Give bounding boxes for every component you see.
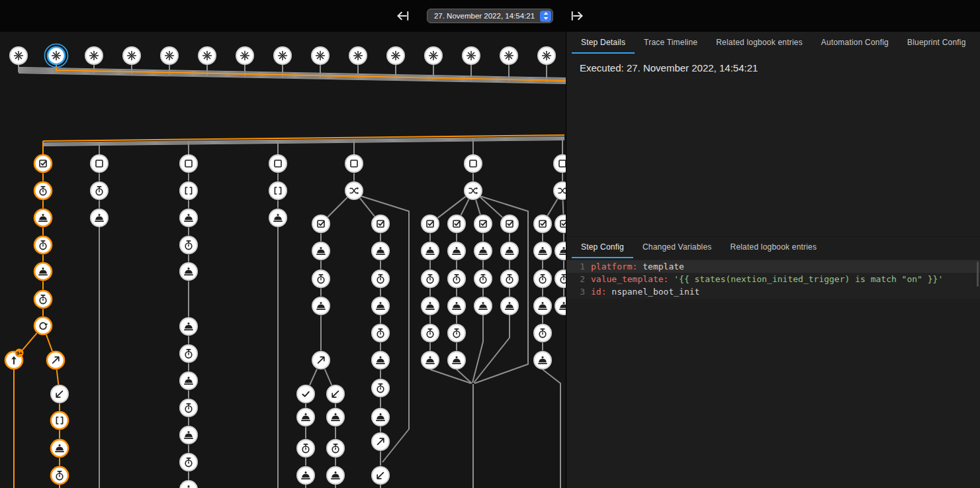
trace-node-square[interactable] — [554, 155, 566, 172]
trace-node-trigger[interactable] — [425, 47, 442, 64]
trace-node-checkbox[interactable] — [34, 155, 52, 172]
trace-node-repeat[interactable] — [34, 317, 52, 334]
trace-node-bell[interactable] — [91, 209, 108, 226]
trace-node-bell[interactable] — [34, 209, 52, 226]
trace-node-timer[interactable] — [34, 236, 52, 254]
trace-node-arrow-sw[interactable] — [327, 385, 344, 403]
trace-node-square[interactable] — [180, 155, 197, 172]
tab-step-details[interactable]: Step Details — [572, 32, 635, 54]
tab-related-logbook-entries[interactable]: Related logbook entries — [707, 32, 812, 54]
trace-node-bell[interactable] — [534, 352, 551, 369]
trace-node-trigger[interactable] — [161, 47, 178, 64]
trace-node-trigger[interactable] — [463, 47, 480, 64]
trace-node-bell[interactable] — [422, 352, 439, 369]
trace-node-bell[interactable] — [474, 242, 492, 260]
trace-node-bell[interactable] — [372, 409, 389, 426]
trace-node-bell[interactable] — [327, 409, 344, 426]
trace-node-shuffle[interactable] — [345, 182, 363, 199]
trace-canvas[interactable]: 9+ — [0, 32, 566, 488]
trace-node-square[interactable] — [465, 155, 482, 172]
trace-node-trigger[interactable] — [312, 47, 329, 64]
trace-node-trigger[interactable] — [349, 47, 367, 64]
trace-node-arrow-ne[interactable] — [372, 433, 389, 450]
trace-node-bell[interactable] — [422, 242, 439, 260]
trace-node-bell[interactable] — [534, 242, 551, 260]
trace-node-checkbox[interactable] — [312, 215, 330, 232]
trace-node-timer[interactable] — [534, 270, 551, 287]
trace-node-timer[interactable] — [312, 270, 330, 287]
trace-node-bell[interactable] — [180, 481, 197, 488]
trace-node-timer[interactable] — [91, 182, 108, 199]
trace-node-bell[interactable] — [180, 372, 197, 389]
trace-node-bell[interactable] — [555, 297, 566, 315]
trace-node-timer[interactable] — [555, 270, 566, 287]
trace-node-check[interactable] — [297, 385, 314, 403]
trace-node-timer[interactable] — [422, 324, 439, 342]
next-run-button[interactable] — [568, 7, 586, 25]
trace-node-checkbox[interactable] — [448, 215, 465, 232]
trace-node-checkbox[interactable] — [534, 215, 551, 232]
trace-node-bell[interactable] — [180, 263, 197, 280]
tab-blueprint-config[interactable]: Blueprint Config — [898, 32, 975, 54]
trace-node-bell[interactable] — [51, 440, 68, 457]
trace-node-bell[interactable] — [448, 242, 465, 260]
trace-node-shuffle[interactable] — [554, 182, 566, 199]
subtab-step-config[interactable]: Step Config — [572, 237, 633, 258]
trace-node-bell[interactable] — [534, 297, 551, 315]
trace-node-bell[interactable] — [372, 352, 389, 369]
code-scrollbar-thumb[interactable] — [977, 262, 979, 287]
trace-node-bell[interactable] — [312, 297, 330, 315]
trace-node-timer[interactable] — [297, 440, 314, 457]
trace-node-timer[interactable] — [180, 345, 197, 362]
trace-node-timer[interactable] — [34, 291, 52, 308]
trace-node-trigger[interactable] — [236, 47, 253, 64]
trace-node-bell[interactable] — [501, 297, 518, 315]
trace-node-bell[interactable] — [372, 242, 389, 260]
trace-node-arrow-ne[interactable] — [312, 352, 330, 369]
trace-node-trigger[interactable] — [500, 47, 517, 64]
trace-node-timer[interactable] — [180, 454, 197, 471]
trace-node-timer[interactable] — [448, 270, 465, 287]
trace-node-bell[interactable] — [297, 467, 314, 484]
trace-node-brackets[interactable] — [269, 182, 287, 199]
trace-node-brackets[interactable] — [51, 412, 68, 429]
trace-node-arrow-sw[interactable] — [51, 385, 68, 403]
trace-node-checkbox[interactable] — [501, 215, 518, 232]
subtab-changed-variables[interactable]: Changed Variables — [633, 237, 721, 258]
trace-node-timer[interactable] — [372, 324, 389, 342]
trace-node-trigger[interactable] — [45, 44, 68, 68]
trace-node-timer[interactable] — [448, 324, 465, 342]
tab-trace-timeline[interactable]: Trace Timeline — [635, 32, 707, 54]
trace-node-bell[interactable] — [180, 318, 197, 335]
trace-node-timer[interactable] — [34, 182, 52, 199]
trace-node-checkbox[interactable] — [555, 215, 566, 232]
trace-node-square[interactable] — [345, 155, 363, 172]
trace-node-bell[interactable] — [180, 209, 197, 226]
trace-node-timer[interactable] — [180, 236, 197, 254]
trace-node-trigger[interactable] — [85, 47, 103, 64]
trace-node-bell[interactable] — [312, 242, 330, 260]
trace-node-bell[interactable] — [269, 209, 287, 226]
trace-node-trigger[interactable] — [10, 47, 27, 64]
trace-node-bell[interactable] — [297, 409, 314, 426]
trace-node-square[interactable] — [269, 155, 287, 172]
trace-node-timer[interactable] — [422, 270, 439, 287]
trace-node-brackets[interactable] — [180, 182, 197, 199]
trace-node-timer[interactable] — [474, 270, 492, 287]
trace-node-timer[interactable] — [51, 467, 68, 484]
trace-node-checkbox[interactable] — [474, 215, 492, 232]
trace-node-checkbox[interactable] — [372, 215, 389, 232]
trace-node-arrow-sw[interactable] — [372, 467, 389, 484]
trace-node-bell[interactable] — [501, 242, 518, 260]
trace-node-timer[interactable] — [501, 270, 518, 287]
trace-node-square[interactable] — [91, 155, 108, 172]
trace-node-bell[interactable] — [448, 352, 465, 369]
trace-node-timer[interactable] — [534, 324, 551, 342]
trace-node-trigger[interactable] — [538, 47, 555, 64]
trace-node-timer[interactable] — [327, 440, 344, 457]
trace-node-bell[interactable] — [448, 297, 465, 315]
run-picker-select[interactable]: 27. November 2022, 14:54:21 — [427, 9, 553, 23]
trace-node-timer[interactable] — [372, 379, 389, 397]
trace-node-arrow-ne[interactable] — [47, 352, 64, 369]
trace-node-timer[interactable] — [372, 270, 389, 287]
